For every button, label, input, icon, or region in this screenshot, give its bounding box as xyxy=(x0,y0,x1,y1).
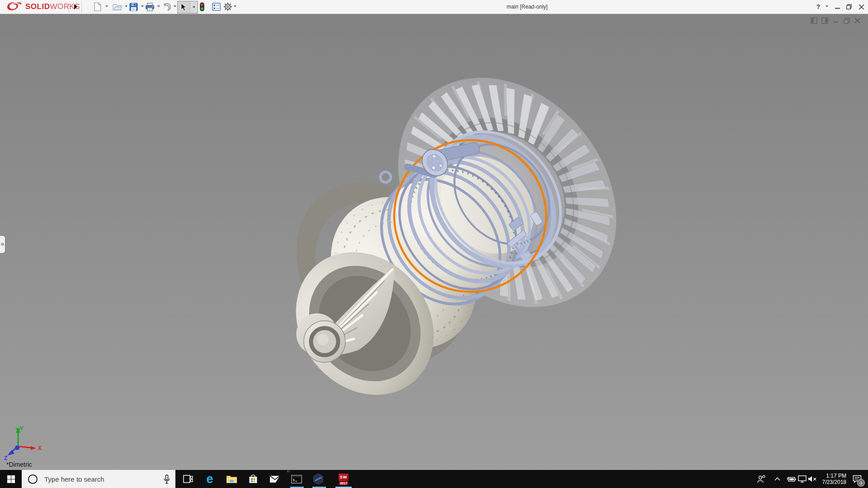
solidworks-taskbar-button[interactable]: SW 2017 xyxy=(333,470,354,488)
sw-cube-icon: SW xyxy=(339,474,349,481)
options-dropdown[interactable] xyxy=(234,5,236,7)
edge-button[interactable]: e xyxy=(199,470,221,488)
command-prompt-button[interactable]: C:\ xyxy=(286,470,307,488)
new-document-button[interactable] xyxy=(92,1,104,12)
z-axis-label: Z xyxy=(4,455,7,461)
document-title: main [Read-only] xyxy=(507,4,548,10)
save-button[interactable] xyxy=(127,1,139,12)
store-button[interactable] xyxy=(242,470,264,488)
windows-logo-icon xyxy=(7,475,15,483)
network-icon xyxy=(798,475,807,483)
people-button[interactable] xyxy=(756,470,767,488)
undo-arrow-icon xyxy=(161,3,171,11)
chevron-up-icon xyxy=(774,477,780,481)
restore-icon xyxy=(844,18,850,24)
new-document-dropdown[interactable] xyxy=(105,5,108,7)
display-states-button[interactable] xyxy=(198,1,206,12)
graphics-area[interactable]: Y X Z *Dimetric xyxy=(0,14,868,470)
chevron-down-icon xyxy=(193,6,195,8)
restore-icon xyxy=(846,4,852,9)
mail-envelope-icon xyxy=(269,475,280,483)
minimize-icon xyxy=(835,5,840,9)
minimize-icon xyxy=(833,18,839,23)
right-pane-icon xyxy=(821,17,828,24)
action-center-button[interactable]: 3 xyxy=(848,470,866,488)
minimize-button[interactable] xyxy=(832,1,843,12)
windows-taskbar: e xyxy=(0,470,868,488)
y-axis-label: Y xyxy=(20,425,24,432)
help-dropdown[interactable] xyxy=(826,5,828,7)
start-button[interactable] xyxy=(0,470,22,488)
battery-button[interactable] xyxy=(785,470,797,488)
hidden-icons-button[interactable] xyxy=(772,470,782,488)
x-axis-arrow xyxy=(31,446,36,450)
gear-icon xyxy=(223,2,232,11)
document-window-controls xyxy=(811,17,861,24)
command-prompt-mini-title: C:\ xyxy=(287,470,290,473)
print-button[interactable] xyxy=(144,1,156,12)
mail-button[interactable] xyxy=(264,470,286,488)
file-explorer-button[interactable] xyxy=(221,470,242,488)
edge-icon: e xyxy=(206,472,213,486)
help-question-icon: ? xyxy=(816,3,821,10)
select-tool-button[interactable] xyxy=(178,1,190,13)
document-close-button[interactable] xyxy=(854,17,861,24)
new-document-icon xyxy=(94,2,102,11)
undo-dropdown[interactable] xyxy=(174,5,176,7)
properties-button[interactable] xyxy=(210,1,222,12)
close-button[interactable] xyxy=(856,1,867,12)
hexagon-app-icon xyxy=(312,473,324,485)
properties-form-icon xyxy=(212,3,221,11)
wordmark-solid: SOLID xyxy=(25,2,50,11)
people-icon xyxy=(757,475,766,483)
toolbar-flyout-button[interactable] xyxy=(71,2,80,12)
command-prompt-icon xyxy=(291,475,302,483)
network-button[interactable] xyxy=(797,470,807,488)
collapsed-panel-tab[interactable] xyxy=(0,236,5,253)
solidworks-2017-icon: SW 2017 xyxy=(339,474,349,485)
cortana-icon xyxy=(28,474,38,484)
reference-triad: Y X Z xyxy=(4,424,47,463)
title-bar: SOLIDWORKS xyxy=(0,0,868,14)
ds-mark-icon xyxy=(5,1,24,12)
show-right-pane-button[interactable] xyxy=(821,17,828,24)
print-icon xyxy=(145,3,155,11)
notification-count: 3 xyxy=(860,481,862,485)
toolbar-separator xyxy=(69,1,69,13)
clock-time: 1:17 PM xyxy=(826,473,846,479)
select-tool-group[interactable] xyxy=(177,1,198,14)
panel-tab-handle-icon xyxy=(1,243,4,246)
undo-button[interactable] xyxy=(160,1,172,12)
document-restore-button[interactable] xyxy=(843,17,850,24)
microphone-icon[interactable] xyxy=(164,474,170,484)
cone-tip-hub xyxy=(317,333,329,345)
taskbar-clock[interactable]: 1:17 PM 7/23/2018 xyxy=(814,470,846,488)
taskbar-search[interactable] xyxy=(22,470,175,488)
solidworks-app-window: SOLIDWORKS xyxy=(0,0,868,488)
document-minimize-button[interactable] xyxy=(832,17,839,24)
sw-year-badge: 2017 xyxy=(339,482,348,485)
close-icon xyxy=(859,5,864,9)
jet-engine-model xyxy=(0,14,868,470)
store-icon xyxy=(248,474,258,484)
file-explorer-icon xyxy=(226,474,237,483)
hexagon-app-button[interactable] xyxy=(307,470,329,488)
help-button[interactable]: ? xyxy=(813,1,824,12)
battery-charging-icon xyxy=(786,476,796,482)
show-left-pane-button[interactable] xyxy=(811,17,817,24)
notification-badge: 3 xyxy=(857,479,865,487)
task-view-button[interactable] xyxy=(177,470,199,488)
select-tool-dropdown[interactable] xyxy=(190,1,198,13)
flyout-arrow-icon xyxy=(74,4,78,9)
options-button[interactable] xyxy=(222,1,234,12)
close-icon xyxy=(854,18,860,23)
task-view-icon xyxy=(183,475,193,483)
open-folder-icon xyxy=(113,3,123,11)
traffic-light-icon xyxy=(200,2,204,11)
x-axis-label: X xyxy=(38,445,42,451)
search-input[interactable] xyxy=(43,475,164,483)
restore-button[interactable] xyxy=(844,1,854,12)
open-button[interactable] xyxy=(112,1,123,12)
save-floppy-icon xyxy=(129,3,138,11)
select-cursor-icon xyxy=(181,4,187,11)
